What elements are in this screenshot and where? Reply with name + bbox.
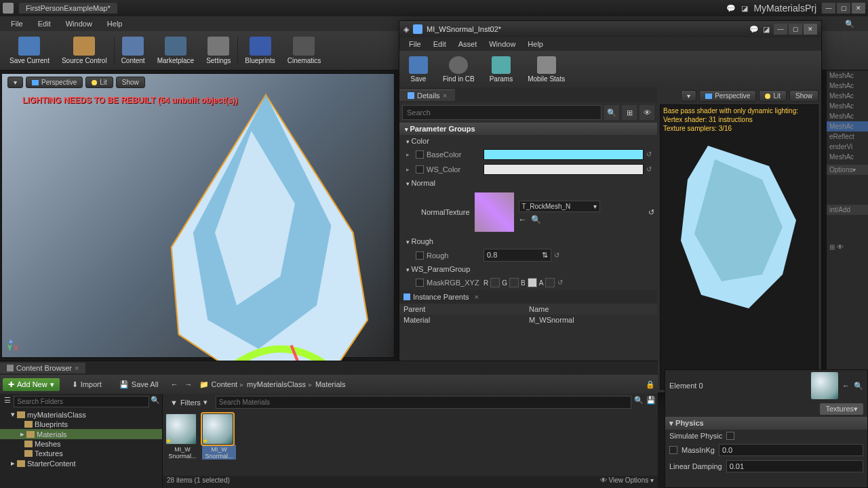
close-tab-icon[interactable]: × <box>475 293 479 301</box>
reset-icon[interactable]: ↺ <box>554 251 562 260</box>
expand-icon[interactable]: ▸ <box>406 151 413 158</box>
basecolor-checkbox[interactable] <box>416 150 424 159</box>
subwin-menu-file[interactable]: File <box>403 39 427 49</box>
speech-bubble-icon[interactable]: 💬 <box>749 25 759 34</box>
filters-button[interactable]: ▼ Filters ▾ <box>165 396 213 409</box>
crumb-mymaterialsclass[interactable]: myMaterialsClass <box>247 380 306 388</box>
viewport-options-button[interactable]: ▾ <box>7 77 23 88</box>
instance-parents-tab[interactable]: Instance Parents × <box>399 290 657 304</box>
preview-lit-button[interactable]: Lit <box>759 90 787 102</box>
name-cell[interactable]: M_WSnormal <box>529 316 574 324</box>
box-icon[interactable]: ◪ <box>763 25 770 34</box>
outliner-item[interactable]: MeshAc <box>827 91 868 101</box>
perspective-button[interactable]: Perspective <box>26 77 83 88</box>
mask-b-swatch[interactable]: ✓ <box>528 278 537 287</box>
subwin-menu-edit[interactable]: Edit <box>428 39 452 49</box>
eye-icon[interactable]: 👁 <box>639 105 654 120</box>
maximize-button[interactable]: ▢ <box>837 3 850 14</box>
grid-view-icon[interactable]: ⊞ <box>622 105 637 120</box>
lock-icon[interactable]: 🔒 <box>646 380 655 389</box>
wsparamgroup-header[interactable]: WS_ParamGroup <box>403 263 657 275</box>
search-folders-input[interactable] <box>14 396 149 407</box>
content-button[interactable]: Content <box>116 35 151 66</box>
lit-mode-button[interactable]: Lit <box>85 77 113 88</box>
view-options-button[interactable]: 👁 View Options ▾ <box>600 476 654 487</box>
menu-edit[interactable]: Edit <box>31 18 58 29</box>
menu-file[interactable]: File <box>4 18 30 29</box>
tree-item-startercontent[interactable]: ▸ StarterContent <box>0 458 162 468</box>
outliner-item[interactable]: MeshAc <box>827 70 868 81</box>
mask-r-swatch[interactable] <box>490 278 500 287</box>
save-all-button[interactable]: 💾 Save All <box>114 378 164 391</box>
subwin-minimize-button[interactable]: — <box>774 24 787 35</box>
simulate-physics-checkbox[interactable] <box>726 432 734 440</box>
preview-perspective-button[interactable]: Perspective <box>699 90 756 102</box>
wscolor-checkbox[interactable] <box>416 165 424 174</box>
crumb-content[interactable]: Content <box>212 380 238 388</box>
search-icon[interactable]: 🔍 <box>151 396 160 407</box>
eye-icon[interactable]: 👁 <box>837 243 844 251</box>
reset-icon[interactable]: ↺ <box>646 150 654 159</box>
search-assets-input[interactable] <box>216 396 631 409</box>
outliner-item[interactable]: MeshAc <box>827 111 868 121</box>
use-selected-icon[interactable]: ← <box>519 215 527 224</box>
expand-icon[interactable]: ▸ <box>406 166 413 173</box>
outliner-item[interactable]: MeshAc <box>827 101 868 111</box>
outliner-item[interactable]: MeshAc <box>827 152 868 162</box>
rough-group-header[interactable]: Rough <box>403 235 657 247</box>
folder-icon[interactable]: 📁 <box>199 380 209 389</box>
asset-item[interactable]: ★MI_WSnormal... <box>165 413 199 460</box>
outliner-item[interactable]: MeshAc <box>827 121 868 131</box>
outliner-item[interactable]: eReflect <box>827 131 868 142</box>
tree-item-meshes[interactable]: Meshes <box>0 439 162 449</box>
minimize-button[interactable]: — <box>822 3 835 14</box>
browse-icon[interactable]: 🔍 <box>531 215 541 224</box>
crumb-materials[interactable]: Materials <box>315 380 346 388</box>
reset-icon[interactable]: ↺ <box>557 279 566 287</box>
cinematics-button[interactable]: Cinematics <box>282 35 326 66</box>
back-icon[interactable]: ← <box>171 380 178 388</box>
global-search-icon[interactable]: 🔍 <box>838 18 861 30</box>
import-button[interactable]: ⬇ Import <box>66 378 107 391</box>
speech-bubble-icon[interactable]: 💬 <box>726 4 736 13</box>
close-tab-icon[interactable]: × <box>75 364 79 372</box>
sources-toggle-icon[interactable]: ☰ <box>2 396 12 407</box>
settings-button[interactable]: Settings <box>201 35 236 66</box>
intadd-button[interactable]: int/Add <box>827 205 868 215</box>
wscolor-swatch[interactable] <box>484 164 644 175</box>
subwin-menu-help[interactable]: Help <box>522 39 549 49</box>
search-icon[interactable]: 🔍 <box>604 105 619 120</box>
tree-item-textures[interactable]: Textures <box>0 449 162 458</box>
use-selected-icon[interactable]: ← <box>842 382 850 390</box>
outliner-item[interactable]: MeshAc <box>827 81 868 91</box>
close-button[interactable]: ✕ <box>852 3 865 14</box>
preview-show-button[interactable]: Show <box>789 90 818 102</box>
details-tab[interactable]: Details × <box>399 89 455 101</box>
parent-cell[interactable]: Material <box>403 316 529 324</box>
find-in-cb-button[interactable]: Find in CB <box>437 55 480 84</box>
rough-checkbox[interactable] <box>416 251 424 260</box>
subwin-maximize-button[interactable]: ▢ <box>789 24 802 35</box>
tree-item-mymaterialsclass[interactable]: ▾ myMaterialsClass <box>0 409 162 420</box>
material-thumb-icon[interactable] <box>811 372 838 399</box>
maskrgb-checkbox[interactable] <box>416 279 424 287</box>
add-new-button[interactable]: ✚ Add New ▾ <box>3 378 60 391</box>
mobile-stats-button[interactable]: Mobile Stats <box>522 55 570 84</box>
subwin-close-button[interactable]: ✕ <box>804 24 817 35</box>
color-group-header[interactable]: Color <box>403 135 657 147</box>
reset-icon[interactable]: ↺ <box>646 165 654 174</box>
normal-group-header[interactable]: Normal <box>403 177 657 189</box>
source-control-button[interactable]: Source Control <box>56 35 113 66</box>
close-tab-icon[interactable]: × <box>443 92 447 100</box>
outliner-item[interactable]: enderVi <box>827 142 868 152</box>
search-icon[interactable]: 🔍 <box>634 396 644 409</box>
reset-icon[interactable]: ↺ <box>648 208 654 217</box>
subwin-titlebar[interactable]: ◈ MI_WSnormal_Inst02* 💬 ◪ — ▢ ✕ <box>399 21 821 37</box>
params-button[interactable]: Params <box>484 55 518 84</box>
normal-texture-select[interactable]: T_RockMesh_N▾ <box>519 201 600 212</box>
massinkg-checkbox[interactable] <box>669 446 677 454</box>
details-search-input[interactable] <box>402 105 601 120</box>
spinner-icon[interactable]: ⇅ <box>542 251 548 260</box>
save-current-button[interactable]: Save Current <box>4 35 55 66</box>
view-options-button[interactable]: Options▾ <box>827 165 868 175</box>
